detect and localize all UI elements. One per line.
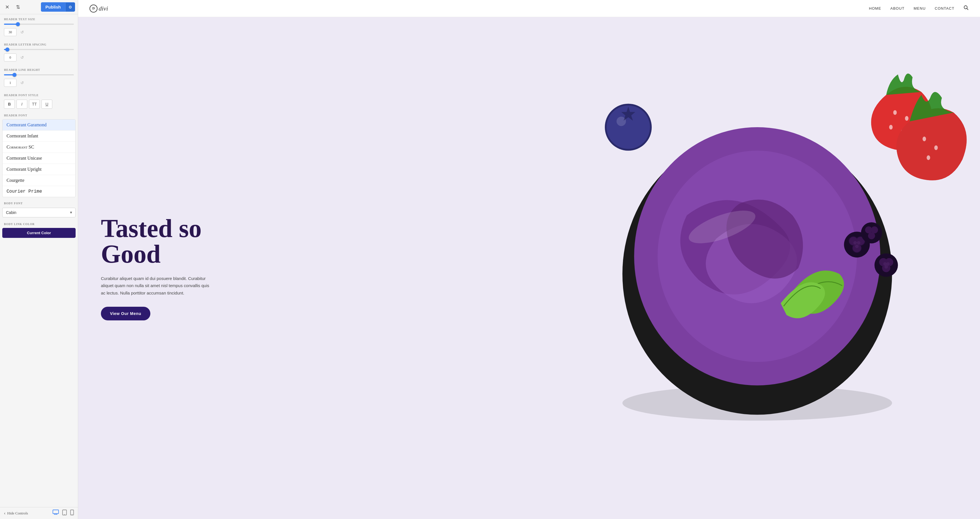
svg-point-7	[72, 514, 73, 515]
hero-title: Tasted so Good	[101, 216, 494, 267]
hero-body-text: Curabitur aliquet quam id dui posuere bl…	[101, 275, 215, 297]
nav-menu[interactable]: MENU	[913, 6, 926, 11]
nav-home[interactable]: HOME	[869, 6, 881, 11]
desktop-icon[interactable]	[52, 509, 59, 517]
svg-point-24	[934, 145, 938, 150]
nav-contact[interactable]: CONTACT	[935, 6, 955, 11]
header-text-size-label: HEADER TEXT SIZE	[0, 14, 78, 22]
svg-point-23	[923, 137, 926, 141]
body-font-select-wrap: Cabin Open Sans Roboto Lato ▼	[2, 208, 76, 217]
header-font-list: Cormorant Garamond Cormorant Infant Corm…	[2, 119, 76, 197]
tablet-icon[interactable]	[62, 509, 67, 517]
font-cormorant-unicase[interactable]: Cormorant Unicase	[3, 153, 75, 164]
hero-section: Tasted so Good Curabitur aliquet quam id…	[78, 17, 980, 519]
main-content: D divi HOME ABOUT MENU CONTACT Tasted so…	[78, 0, 980, 519]
gear-icon: ⚙	[65, 3, 75, 12]
header-text-size-value[interactable]: 30	[4, 28, 16, 36]
header-line-height-label: HEADER LINE HEIGHT	[0, 65, 78, 73]
header-font-style-row: B I TT U	[0, 98, 78, 110]
svg-point-5	[64, 514, 65, 515]
header-font-label: HEADER FONT	[0, 110, 78, 118]
header-text-size-reset[interactable]: ↺	[19, 29, 25, 35]
logo-text: divi	[99, 5, 108, 12]
body-font-label: BODY FONT	[0, 198, 78, 206]
header-line-height-value[interactable]: 1	[4, 79, 16, 87]
hide-controls-button[interactable]: ‹ Hide Controls	[4, 511, 28, 516]
current-color-button[interactable]: Current Color	[2, 228, 76, 238]
header-letter-spacing-label: HEADER LETTER SPACING	[0, 40, 78, 47]
bottom-bar: ‹ Hide Controls	[0, 507, 78, 519]
svg-point-33	[854, 241, 857, 244]
hero-title-line1: Tasted so	[101, 214, 202, 243]
svg-point-35	[855, 245, 859, 248]
header-letter-spacing-value[interactable]: 0	[4, 53, 16, 61]
tt-button[interactable]: TT	[29, 100, 40, 109]
header-line-height-track[interactable]	[4, 74, 74, 75]
hero-title-line2: Good	[101, 240, 161, 268]
hide-controls-label: Hide Controls	[7, 511, 28, 516]
header-font-style-label: HEADER FONT STYLE	[0, 90, 78, 98]
italic-button[interactable]: I	[16, 100, 27, 109]
chevron-left-icon: ‹	[4, 511, 5, 516]
font-cormorant-garamond[interactable]: Cormorant Garamond	[3, 120, 75, 131]
header-line-height-reset[interactable]: ↺	[19, 79, 25, 86]
body-link-color-label: BODY LINK COLOR	[0, 219, 78, 227]
font-courgette[interactable]: Courgette	[3, 175, 75, 186]
svg-rect-0	[53, 510, 59, 514]
svg-line-9	[967, 8, 968, 10]
nav-about[interactable]: ABOUT	[890, 6, 904, 11]
hero-illustration	[511, 17, 980, 519]
bold-button[interactable]: B	[4, 100, 15, 109]
header-line-height-section: 1 ↺	[0, 73, 78, 90]
device-icons	[52, 509, 74, 517]
underline-button[interactable]: U	[41, 100, 52, 109]
sort-icon[interactable]: ⇅	[14, 3, 22, 11]
header-letter-spacing-section: 0 ↺	[0, 47, 78, 65]
view-menu-button[interactable]: View Our Menu	[101, 307, 150, 320]
publish-button[interactable]: Publish ⚙	[41, 2, 75, 12]
svg-point-34	[857, 241, 860, 244]
body-font-select[interactable]: Cabin Open Sans Roboto Lato	[2, 208, 76, 217]
nav-links: HOME ABOUT MENU CONTACT	[869, 5, 969, 12]
logo-circle: D	[89, 5, 97, 13]
close-icon[interactable]: ✕	[3, 3, 11, 11]
hero-left: Tasted so Good Curabitur aliquet quam id…	[78, 17, 511, 519]
header-letter-spacing-reset[interactable]: ↺	[19, 54, 25, 61]
mobile-icon[interactable]	[70, 509, 74, 517]
header-letter-spacing-track[interactable]	[4, 49, 74, 50]
left-panel: ✕ ⇅ Publish ⚙ HEADER TEXT SIZE 30 ↺ HEAD…	[0, 0, 78, 519]
svg-point-20	[905, 116, 908, 121]
svg-point-46	[868, 232, 875, 239]
svg-point-25	[927, 155, 930, 160]
font-courier-prime[interactable]: Courier Prime	[3, 186, 75, 197]
hero-right	[511, 17, 980, 519]
svg-point-41	[886, 262, 889, 265]
font-cormorant-upright[interactable]: Cormorant Upright	[3, 164, 75, 175]
font-cormorant-infant[interactable]: Cormorant Infant	[3, 131, 75, 142]
site-nav: D divi HOME ABOUT MENU CONTACT	[78, 0, 980, 17]
site-logo: D divi	[89, 5, 108, 13]
svg-point-21	[889, 125, 892, 129]
header-text-size-section: 30 ↺	[0, 22, 78, 40]
svg-point-19	[893, 110, 897, 115]
header-text-size-track[interactable]	[4, 24, 74, 25]
font-cormorant-sc[interactable]: Cormorant SC	[3, 142, 75, 153]
publish-label: Publish	[41, 2, 65, 12]
top-bar: ✕ ⇅ Publish ⚙	[0, 0, 78, 14]
logo-letter: D	[92, 6, 95, 11]
svg-point-42	[885, 265, 888, 268]
search-icon[interactable]	[964, 5, 969, 12]
